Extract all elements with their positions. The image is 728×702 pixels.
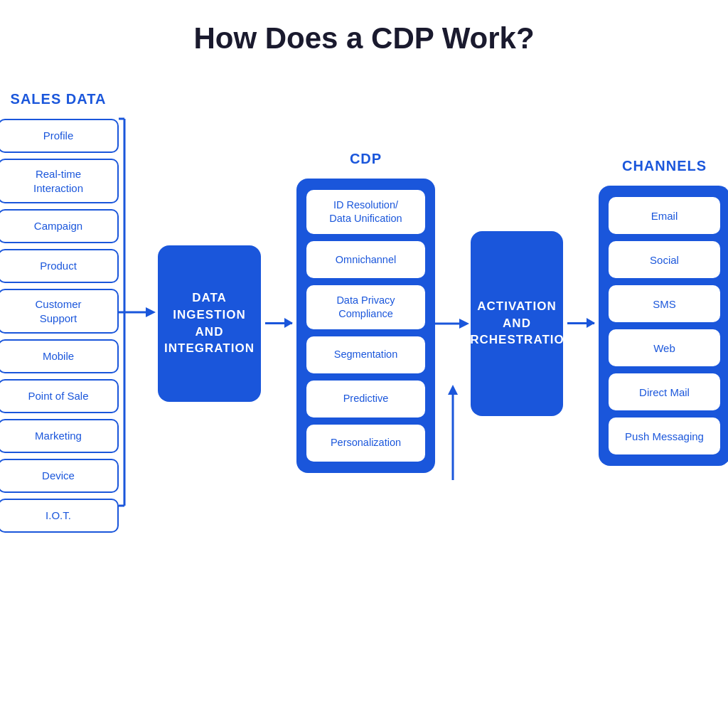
svg-marker-8	[448, 385, 458, 395]
data-ingestion-box: DATAINGESTIONANDINTEGRATION	[158, 245, 261, 402]
activation-box: ACTIVATIONANDORCHESTRATION	[471, 231, 563, 416]
svg-marker-6	[459, 319, 469, 329]
sales-item-customer-support: CustomerSupport	[0, 289, 119, 334]
cdp-item-data-privacy: Data PrivacyCompliance	[306, 285, 425, 329]
diagram: SALES DATA Profile Real-timeInteraction …	[14, 91, 714, 533]
cdp-item-predictive: Predictive	[306, 381, 425, 418]
channel-item-push-messaging: Push Messaging	[609, 418, 720, 454]
sales-items-list: Profile Real-timeInteraction Campaign Pr…	[0, 119, 119, 533]
cdp-item-id-resolution: ID Resolution/Data Unification	[306, 190, 425, 234]
sales-item-product: Product	[0, 249, 119, 283]
channel-item-web: Web	[609, 329, 720, 366]
channels-header: CHANNELS	[622, 158, 707, 174]
cdp-header: CDP	[350, 151, 382, 167]
page-title: How Does a CDP Work?	[193, 21, 534, 55]
channels-column: CHANNELS Email Social SMS Web Direct Mai…	[599, 158, 728, 466]
arrow-activation-to-channels	[563, 322, 599, 324]
channel-item-email: Email	[609, 197, 720, 234]
cdp-item-personalization: Personalization	[306, 425, 425, 462]
sales-item-point-of-sale: Point of Sale	[0, 379, 119, 413]
arrow-sales-to-ingestion	[119, 99, 158, 526]
sales-item-marketing: Marketing	[0, 419, 119, 453]
sales-data-column: SALES DATA Profile Real-timeInteraction …	[0, 91, 119, 533]
arrow-ingestion-to-cdp	[261, 322, 296, 324]
sales-item-mobile: Mobile	[0, 339, 119, 373]
sales-item-device: Device	[0, 459, 119, 493]
cdp-items-container: ID Resolution/Data Unification Omnichann…	[296, 179, 435, 472]
cdp-item-omnichannel: Omnichannel	[306, 241, 425, 278]
sales-item-campaign: Campaign	[0, 209, 119, 243]
svg-marker-1	[146, 307, 156, 317]
channels-items-container: Email Social SMS Web Direct Mail Push Me…	[599, 186, 728, 466]
arrow-cdp-to-activation	[435, 139, 471, 509]
cdp-item-segmentation: Segmentation	[306, 336, 425, 373]
sales-item-iot: I.O.T.	[0, 499, 119, 533]
sales-item-realtime: Real-timeInteraction	[0, 159, 119, 203]
sales-item-profile: Profile	[0, 119, 119, 153]
sales-data-header: SALES DATA	[11, 91, 107, 107]
channel-item-social: Social	[609, 241, 720, 278]
channel-item-sms: SMS	[609, 285, 720, 322]
cdp-column: CDP ID Resolution/Data Unification Omnic…	[296, 151, 435, 472]
channel-item-direct-mail: Direct Mail	[609, 373, 720, 410]
